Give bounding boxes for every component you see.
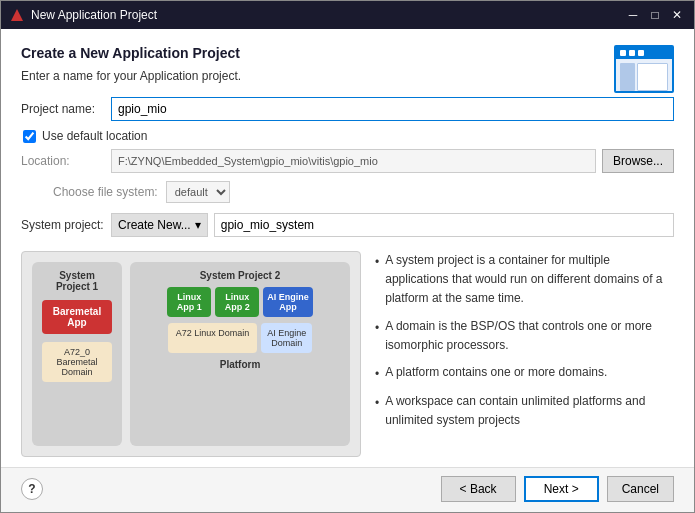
bullet-dot-3: • (375, 365, 379, 384)
footer-left: ? (21, 478, 43, 500)
filesystem-label: Choose file system: (53, 185, 158, 199)
system-project-label: System project: (21, 218, 111, 232)
svg-rect-1 (15, 15, 19, 21)
page-subtitle: Enter a name for your Application projec… (21, 69, 674, 83)
main-window: New Application Project ─ □ ✕ Create a N… (0, 0, 695, 513)
bullet-dot-1: • (375, 253, 379, 272)
location-row: Location: Browse... (21, 149, 674, 173)
info-text-3: A platform contains one or more domains. (385, 363, 607, 382)
sp2-title: System Project 2 (200, 270, 281, 281)
sp1-title: SystemProject 1 (56, 270, 98, 292)
bullet-dot-4: • (375, 394, 379, 413)
info-bullet-2: • A domain is the BSP/OS that controls o… (375, 317, 674, 355)
ai-engine-app-box: AI EngineApp (263, 287, 313, 317)
close-button[interactable]: ✕ (668, 6, 686, 24)
info-text-1: A system project is a container for mult… (385, 251, 674, 309)
footer: ? < Back Next > Cancel (1, 467, 694, 512)
footer-right: < Back Next > Cancel (441, 476, 674, 502)
app-icon (9, 7, 25, 23)
diagram-area: SystemProject 1 BaremetalApp A72_0Bareme… (21, 251, 361, 457)
title-bar-controls: ─ □ ✕ (624, 6, 686, 24)
use-default-location-checkbox[interactable] (23, 130, 36, 143)
info-area: • A system project is a container for mu… (375, 251, 674, 457)
main-section: SystemProject 1 BaremetalApp A72_0Bareme… (21, 251, 674, 457)
info-text-2: A domain is the BSP/OS that controls one… (385, 317, 674, 355)
sp2-domains: A72 Linux Domain AI EngineDomain (168, 323, 313, 353)
linux-domain-box: A72 Linux Domain (168, 323, 258, 353)
chevron-down-icon: ▾ (195, 218, 201, 232)
filesystem-row: Choose file system: default (53, 181, 674, 203)
title-bar: New Application Project ─ □ ✕ (1, 1, 694, 29)
linux-app-1-box: LinuxApp 1 (167, 287, 211, 317)
system-project-name-input[interactable] (214, 213, 674, 237)
next-button[interactable]: Next > (524, 476, 599, 502)
system-project-1-box: SystemProject 1 BaremetalApp A72_0Bareme… (32, 262, 122, 446)
filesystem-select[interactable]: default (166, 181, 230, 203)
info-text-4: A workspace can contain unlimited platfo… (385, 392, 674, 430)
bullet-dot-2: • (375, 319, 379, 338)
info-bullet-3: • A platform contains one or more domain… (375, 363, 674, 384)
project-name-row: Project name: (21, 97, 674, 121)
location-label: Location: (21, 154, 111, 168)
default-location-row: Use default location (23, 129, 674, 143)
location-input[interactable] (111, 149, 596, 173)
platform-label: Platform (220, 359, 261, 370)
project-name-label: Project name: (21, 102, 111, 116)
page-title: Create a New Application Project (21, 45, 674, 61)
diagram-inner: SystemProject 1 BaremetalApp A72_0Bareme… (32, 262, 350, 446)
window-title: New Application Project (31, 8, 157, 22)
title-bar-left: New Application Project (9, 7, 157, 23)
sp2-apps: LinuxApp 1 LinuxApp 2 AI EngineApp (167, 287, 313, 317)
baremetal-app-box: BaremetalApp (42, 300, 112, 334)
cancel-button[interactable]: Cancel (607, 476, 674, 502)
browse-button[interactable]: Browse... (602, 149, 674, 173)
system-project-dropdown-label: Create New... (118, 218, 191, 232)
linux-app-2-box: LinuxApp 2 (215, 287, 259, 317)
help-button[interactable]: ? (21, 478, 43, 500)
system-project-row: System project: Create New... ▾ (21, 213, 674, 237)
info-bullet-4: • A workspace can contain unlimited plat… (375, 392, 674, 430)
system-project-2-box: System Project 2 LinuxApp 1 LinuxApp 2 A… (130, 262, 350, 446)
maximize-button[interactable]: □ (646, 6, 664, 24)
system-project-dropdown[interactable]: Create New... ▾ (111, 213, 208, 237)
minimize-button[interactable]: ─ (624, 6, 642, 24)
ai-engine-domain-box: AI EngineDomain (261, 323, 312, 353)
use-default-location-label[interactable]: Use default location (42, 129, 147, 143)
content-area: Create a New Application Project Enter a… (1, 29, 694, 467)
back-button[interactable]: < Back (441, 476, 516, 502)
info-bullet-1: • A system project is a container for mu… (375, 251, 674, 309)
project-name-input[interactable] (111, 97, 674, 121)
a72-baremetal-domain-box: A72_0BaremetalDomain (42, 342, 112, 382)
